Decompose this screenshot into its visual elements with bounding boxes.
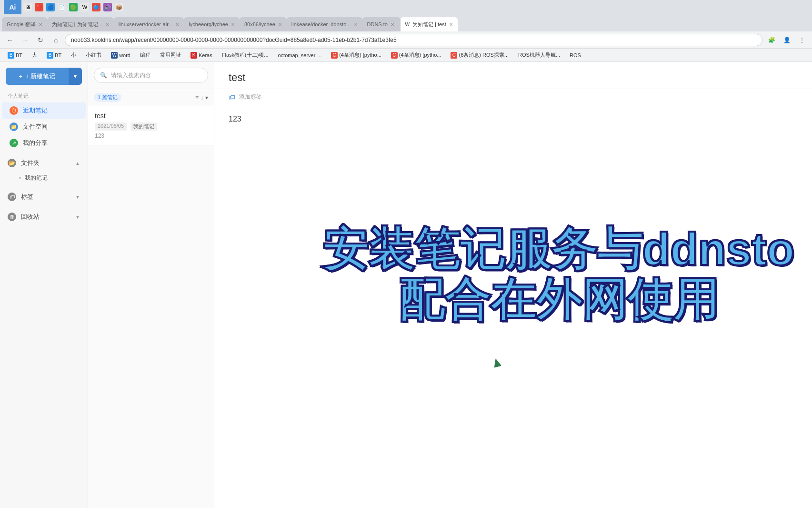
note-editor-header: [214, 62, 812, 89]
icon-7: 🔷: [92, 3, 100, 11]
tags-chevron-icon: ▼: [75, 194, 80, 200]
note-list-panel: 🔍 请输入搜索内容 1 篇笔记 ≡ ↓ ▾ test 2021/05/05 我的…: [88, 62, 214, 508]
note-item-meta: 2021/05/05 我的笔记: [95, 122, 207, 131]
tab-lychee2-close[interactable]: ✕: [278, 22, 282, 27]
tab-wiz1-close[interactable]: ✕: [105, 22, 109, 27]
sidebar-item-trash[interactable]: 🗑 回收站 ▼: [0, 209, 88, 225]
tab-ddnsto2-label: DDNS.to: [367, 21, 388, 27]
my-share-icon: ↗: [10, 139, 18, 147]
icon-3: 🔵: [46, 3, 55, 11]
tab-bar: Google 翻译 ✕ 为知笔记 | 为知笔记... ✕ linuxserver…: [0, 14, 812, 31]
tab-wiz-test-close[interactable]: ✕: [449, 22, 453, 27]
bookmark-ros-nav[interactable]: ROS机器人导航...: [514, 50, 564, 61]
sidebar-item-my-notebook[interactable]: 我的笔记: [0, 171, 88, 185]
bookmark-xiaohongshu[interactable]: 小红书: [82, 50, 105, 61]
back-button[interactable]: ←: [4, 34, 16, 46]
bookmark-pytho1[interactable]: C (4条消息) [pytho...: [327, 50, 385, 61]
address-bar[interactable]: noob33.kooldns.cn/wapp/recent/00000000-0…: [65, 34, 762, 46]
sidebar-trash-section: 🗑 回收站 ▼: [0, 209, 88, 225]
sort-button[interactable]: ≡ ↓ ▾: [195, 94, 208, 101]
browser-logo: Ai: [4, 0, 21, 14]
bookmark-ros[interactable]: ROS: [566, 50, 585, 61]
sidebar-item-recent[interactable]: ⏱ 近期笔记: [2, 102, 86, 119]
tab-wiz-test-label: 为知笔记 | test: [412, 21, 446, 28]
tab-ddnsto[interactable]: linkease/docker_ddnsto... ✕: [287, 17, 362, 31]
tags-icon: 🏷: [8, 193, 16, 201]
bookmark-bt-small[interactable]: B BT: [43, 50, 65, 61]
bookmark-pytho2[interactable]: C (4条消息) [pytho...: [387, 50, 445, 61]
note-item-notebook: 我的笔记: [130, 122, 157, 131]
cursor-shape: [492, 357, 501, 368]
note-search-area: 🔍 请输入搜索内容: [88, 62, 214, 89]
new-note-icon: +: [19, 73, 23, 80]
tab-airsonic-close[interactable]: ✕: [175, 22, 179, 27]
folder-label: 文件夹: [21, 159, 40, 167]
menu-button[interactable]: ⋮: [796, 34, 808, 46]
tab-ddnsto-close[interactable]: ✕: [354, 22, 358, 27]
forward-button[interactable]: →: [19, 34, 31, 46]
bookmark-octomap[interactable]: octomap_server-...: [274, 50, 326, 61]
bookmark-pytho1-label: (4条消息) [pytho...: [339, 51, 381, 59]
add-tag-button[interactable]: 添加标签: [239, 93, 262, 101]
bookmark-da-label: 大: [32, 51, 37, 59]
note-count-badge: 1 篇笔记: [94, 93, 121, 102]
icon-2: 🔴: [35, 3, 43, 11]
bookmark-keras-label: Keras: [199, 52, 212, 58]
new-note-label: + 新建笔记: [25, 72, 55, 81]
sidebar-item-filespace[interactable]: 📁 文件空间: [2, 119, 86, 135]
extensions-button[interactable]: 🧩: [765, 34, 778, 46]
sidebar-item-tags[interactable]: 🏷 标签 ▼: [0, 189, 88, 205]
bookmark-ros-label: ROS: [570, 52, 581, 58]
tab-wiz1[interactable]: 为知笔记 | 为知笔记... ✕: [47, 17, 114, 31]
note-editor: 🏷 添加标签 123 安装笔记服务与ddnsto 配合在外网使用: [214, 62, 812, 508]
tags-label: 标签: [21, 193, 33, 201]
refresh-button[interactable]: ↻: [34, 34, 47, 46]
new-note-arrow[interactable]: ▼: [69, 68, 82, 85]
icon-8: 🔊: [103, 3, 112, 11]
bookmark-pytho2-icon: C: [391, 52, 398, 59]
sort-label: ↓: [200, 94, 203, 101]
bookmark-flask[interactable]: Flask教程(十二)项...: [218, 50, 272, 61]
tab-translate[interactable]: Google 翻译 ✕: [2, 17, 47, 31]
bookmark-common-urls[interactable]: 常用网址: [156, 50, 185, 61]
app-container: + + 新建笔记 ▼ 个人笔记 ⏱ 近期笔记 📁 文件空间 ↗ 我的分享 📂 文…: [0, 62, 812, 508]
sort-chevron-icon: ▾: [205, 94, 208, 101]
tab-lychee2[interactable]: 80x86/lychee ✕: [240, 17, 287, 31]
note-content-area[interactable]: 123: [214, 105, 812, 508]
tab-wiz-test[interactable]: W 为知笔记 | test ✕: [401, 17, 458, 31]
bookmark-programming[interactable]: 编程: [136, 50, 154, 61]
search-placeholder: 请输入搜索内容: [111, 71, 151, 80]
tab-lychee2-label: 80x86/lychee: [244, 21, 275, 27]
bookmark-keras[interactable]: K Keras: [187, 50, 216, 61]
note-item-test[interactable]: test 2021/05/05 我的笔记 123: [88, 106, 214, 145]
bookmark-bt-large[interactable]: B BT: [4, 50, 26, 61]
tab-lychee1-close[interactable]: ✕: [231, 22, 235, 27]
tab-ddnsto2-close[interactable]: ✕: [391, 22, 394, 27]
account-button[interactable]: 👤: [781, 34, 793, 46]
chevron-down-icon: ▼: [73, 73, 78, 79]
tab-airsonic[interactable]: linuxserver/docker-air... ✕: [114, 17, 184, 31]
bookmark-word[interactable]: W word: [107, 50, 134, 61]
tag-icon: 🏷: [229, 93, 235, 101]
icon-5: 🟢: [69, 3, 78, 11]
bookmark-da[interactable]: 大: [28, 50, 41, 61]
icon-6: W: [80, 3, 89, 11]
icon-9: 📦: [115, 3, 123, 11]
search-box[interactable]: 🔍 请输入搜索内容: [94, 68, 208, 83]
bookmark-keras-icon: K: [190, 52, 197, 59]
tab-wiz1-label: 为知笔记 | 为知笔记...: [52, 21, 102, 28]
tab-translate-close[interactable]: ✕: [39, 22, 42, 27]
bookmark-xiao-label: 小: [71, 51, 76, 59]
bookmark-ros-explore[interactable]: C (6条消息) ROS探索...: [447, 50, 512, 61]
note-title-input[interactable]: [229, 71, 798, 84]
home-button[interactable]: ⌂: [50, 34, 62, 46]
bookmark-word-label: word: [119, 52, 130, 58]
new-note-button[interactable]: + + 新建笔记: [6, 68, 69, 85]
bookmark-pytho2-label: (4条消息) [pytho...: [399, 51, 441, 59]
sidebar-item-folder[interactable]: 📂 文件夹 ▲: [0, 155, 88, 171]
sidebar-item-myshare[interactable]: ↗ 我的分享: [2, 135, 86, 151]
note-item-date: 2021/05/05: [95, 122, 127, 131]
tab-ddnsto2[interactable]: DDNS.to ✕: [362, 17, 401, 31]
bookmark-xiao[interactable]: 小: [67, 50, 80, 61]
tab-lychee1[interactable]: lycheeorg/lychee ✕: [184, 17, 240, 31]
